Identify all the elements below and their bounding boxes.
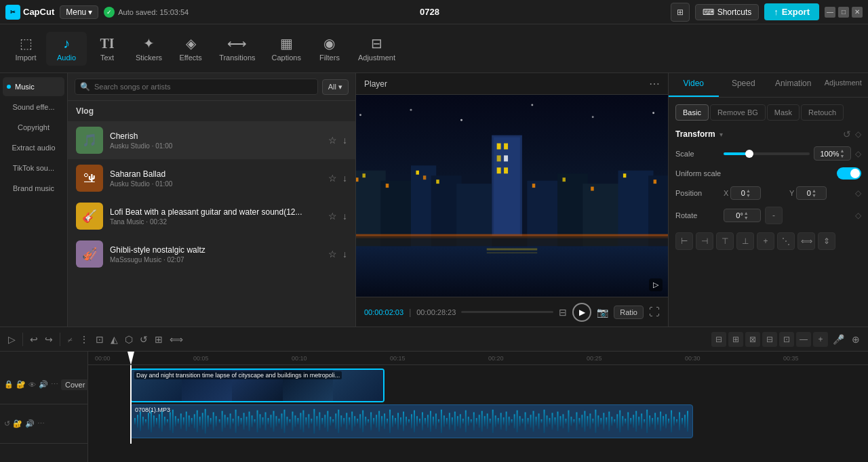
timeline-progress[interactable] <box>461 311 553 313</box>
audio-icon-track[interactable]: 🔊 <box>39 380 48 389</box>
screen-layout-btn[interactable]: ⊞ <box>671 3 690 22</box>
tab-animation[interactable]: Animation <box>768 73 818 97</box>
rotate-value-input[interactable]: 0° ▲▼ <box>724 209 761 222</box>
audio-more-icon[interactable]: ⋯ <box>37 419 45 428</box>
tab-speed[interactable]: Speed <box>719 73 769 97</box>
download-btn-4[interactable]: ↓ <box>342 249 347 259</box>
sidebar-item-tiktok[interactable]: TikTok sou... <box>3 159 64 177</box>
align-left-btn[interactable]: ⊢ <box>675 232 693 250</box>
sub-tab-remove-bg[interactable]: Remove BG <box>710 104 766 121</box>
tl-tool-7[interactable]: + <box>813 332 828 347</box>
next-frame-btn[interactable]: ▷ <box>649 278 663 291</box>
music-item-1[interactable]: 🎵 Cherish Ausku Studio · 01:00 ☆ ↓ <box>68 121 355 159</box>
transform-reset-btn[interactable]: ↺ <box>843 129 851 140</box>
eye-icon[interactable]: 👁 <box>28 381 36 389</box>
sidebar-item-sound-effects[interactable]: Sound effe... <box>3 98 64 117</box>
loop-btn[interactable]: ↺ <box>137 331 151 348</box>
mic-btn[interactable]: 🎤 <box>830 331 847 348</box>
favorite-btn-2[interactable]: ☆ <box>328 173 337 184</box>
tl-expand-btn[interactable]: ⊕ <box>849 331 863 348</box>
transition2-btn[interactable]: ◭ <box>108 331 121 348</box>
tl-tool-6[interactable]: — <box>796 332 811 347</box>
audio-track-lock[interactable]: 🔐 <box>13 419 22 428</box>
download-btn-2[interactable]: ↓ <box>342 173 347 184</box>
undo-btn[interactable]: ↩ <box>27 331 41 348</box>
scale-slider[interactable] <box>724 152 810 155</box>
sidebar-item-music[interactable]: Music <box>3 77 64 96</box>
fullscreen-btn[interactable]: ⛶ <box>649 306 660 318</box>
toolbar-captions[interactable]: ▦ Captions <box>264 31 309 66</box>
tl-tool-3[interactable]: ⊠ <box>745 332 760 347</box>
toolbar-adjustment[interactable]: ⊟ Adjustment <box>350 31 403 66</box>
tl-tool-5[interactable]: ⊡ <box>779 332 794 347</box>
sub-tab-retouch[interactable]: Retouch <box>801 104 844 121</box>
play-button[interactable]: ▶ <box>572 303 591 322</box>
tl-tool-4[interactable]: ⊟ <box>762 332 777 347</box>
shortcuts-button[interactable]: ⌨ Shortcuts <box>695 4 760 20</box>
align-center-v-btn[interactable]: + <box>757 232 774 250</box>
tl-tool-2[interactable]: ⊞ <box>728 332 743 347</box>
sub-tab-mask[interactable]: Mask <box>767 104 800 121</box>
music-item-3[interactable]: 🎸 Lofi Beat with a pleasant guitar and w… <box>68 197 355 235</box>
search-input[interactable] <box>75 79 318 95</box>
select-tool-btn[interactable]: ▷ <box>5 331 18 348</box>
tab-video[interactable]: Video <box>669 73 719 97</box>
split2-btn[interactable]: ⋮ <box>77 331 92 348</box>
flip-h-btn[interactable]: - <box>765 207 783 224</box>
tl-tool-1[interactable]: ⊟ <box>711 332 726 347</box>
crop-btn[interactable]: ⊞ <box>152 331 165 348</box>
minimize-button[interactable]: — <box>825 7 835 18</box>
favorite-btn-3[interactable]: ☆ <box>328 211 337 222</box>
favorite-btn-4[interactable]: ☆ <box>328 249 337 259</box>
delete-btn[interactable]: ⊡ <box>93 331 106 348</box>
favorite-btn-1[interactable]: ☆ <box>328 135 337 146</box>
download-btn-1[interactable]: ↓ <box>342 135 347 146</box>
sidebar-item-extract-audio[interactable]: Extract audio <box>3 138 64 157</box>
position-diamond-btn[interactable]: ◇ <box>855 188 861 198</box>
all-filter-button[interactable]: All ▾ <box>322 79 349 95</box>
lock-icon[interactable]: 🔒 <box>4 380 14 389</box>
maximize-button[interactable]: □ <box>838 7 849 18</box>
download-btn-3[interactable]: ↓ <box>342 211 347 222</box>
toolbar-import[interactable]: ⬚ Import <box>5 31 46 66</box>
align-center-h-btn[interactable]: ⊣ <box>696 232 713 250</box>
export-button[interactable]: ↑ Export <box>764 3 819 20</box>
music-item-2[interactable]: 🏜 Saharan Ballad Ausku Studio · 01:00 ☆ … <box>68 159 355 197</box>
screenshot-btn[interactable]: 📷 <box>597 307 608 318</box>
video-clip[interactable]: Day and night transition time lapse of c… <box>130 369 384 402</box>
rotate-diamond-btn[interactable]: ◇ <box>855 211 861 220</box>
menu-button[interactable]: Menu ▾ <box>60 5 98 19</box>
position-x-input[interactable]: 0 ▲▼ <box>730 186 761 200</box>
track-lock-icon[interactable]: 🔐 <box>16 380 26 389</box>
toolbar-filters[interactable]: ◉ Filters <box>309 31 350 66</box>
uniform-scale-toggle[interactable] <box>837 167 861 180</box>
toolbar-effects[interactable]: ◈ Effects <box>170 31 211 66</box>
sidebar-item-brand-music[interactable]: Brand music <box>3 179 64 198</box>
sub-tab-basic[interactable]: Basic <box>675 104 709 121</box>
split-btn[interactable]: ⌿ <box>64 331 75 348</box>
redo-btn[interactable]: ↪ <box>42 331 56 348</box>
close-button[interactable]: ✕ <box>852 7 863 18</box>
audio-lock-icon[interactable]: ↺ <box>4 419 10 428</box>
transform-diamond-btn[interactable]: ◇ <box>855 129 861 139</box>
mirror-btn[interactable]: ⟺ <box>167 331 186 348</box>
sidebar-item-copyright[interactable]: Copyright <box>3 118 64 137</box>
toolbar-audio[interactable]: ♪ Audio <box>46 32 87 66</box>
more-icon[interactable]: ⋯ <box>51 380 58 389</box>
toolbar-text[interactable]: TI Text <box>87 32 127 66</box>
position-y-input[interactable]: 0 ▲▼ <box>796 186 827 200</box>
align-right-btn[interactable]: ⊤ <box>716 232 734 250</box>
grid-view-btn[interactable]: ⊟ <box>559 307 567 318</box>
toolbar-stickers[interactable]: ✦ Stickers <box>127 31 170 66</box>
audio-clip[interactable]: 0708(1).MP3 <box>130 404 693 438</box>
align-distribute-v-btn[interactable]: ⇕ <box>818 232 835 250</box>
align-top-btn[interactable]: ⊥ <box>736 232 754 250</box>
playhead[interactable] <box>130 365 132 444</box>
freeze-btn[interactable]: ⬡ <box>122 331 136 348</box>
toolbar-transitions[interactable]: ⟷ Transitions <box>211 31 263 66</box>
music-item-4[interactable]: 🎻 Ghibli-style nostalgic waltz MaSssugu … <box>68 235 355 273</box>
tab-adjustment[interactable]: Adjustment <box>818 73 869 97</box>
ratio-button[interactable]: Ratio <box>614 306 644 319</box>
align-distribute-h-btn[interactable]: ⟺ <box>797 232 815 250</box>
audio-vol-icon[interactable]: 🔊 <box>25 419 35 428</box>
